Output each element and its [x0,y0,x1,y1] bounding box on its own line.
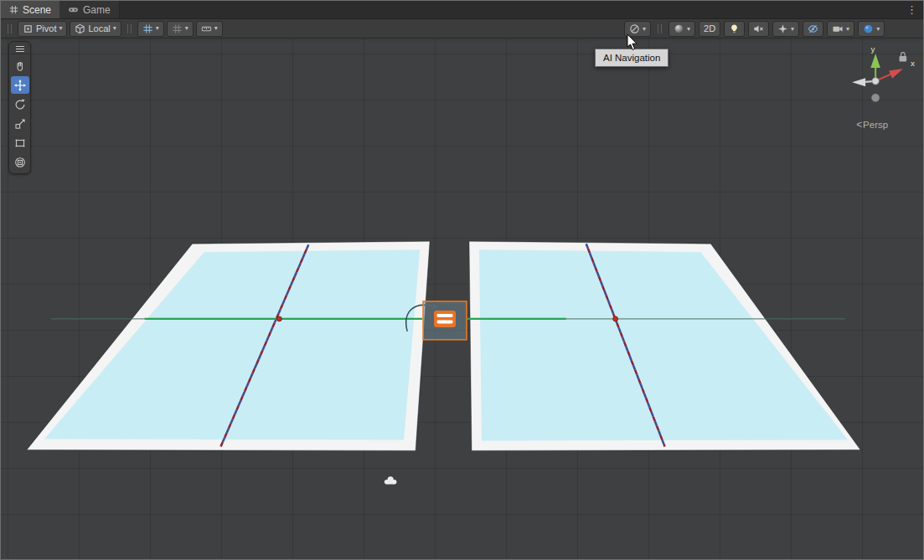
transform-tool-icon [14,157,26,168]
tool-rect[interactable] [11,134,29,152]
tool-rotate[interactable] [11,95,29,113]
gizmo-sphere-icon [863,23,874,34]
scene-view-toolbar: Pivot ▾ Local ▾ ▾ ▾ ▾ ▾ [1,19,923,39]
overlay-lock-icon[interactable] [900,53,907,62]
tab-scene-label: Scene [23,4,51,16]
gizmos-dropdown[interactable]: ▾ [858,21,885,37]
ruler-icon [201,23,212,34]
chevron-down-icon: ▾ [643,26,646,33]
toolbar-separator [658,24,662,33]
gizmo-y-label: y [871,44,875,54]
mouse-cursor-icon [627,34,640,51]
chevron-down-icon: ▾ [156,25,159,32]
chevron-down-icon: ▾ [846,26,849,33]
pivot-label: Pivot [36,24,56,33]
2d-label: 2D [704,24,715,33]
gizmo-y-axis[interactable]: y [870,44,880,81]
tooltip-text: AI Navigation [603,53,660,63]
speaker-muted-icon [753,23,764,34]
pivot-icon [23,23,34,34]
scene-effects-dropdown[interactable]: ▾ [772,21,799,37]
grid-icon [142,23,153,34]
tools-overlay-panel [8,41,31,174]
grid-snap-icon [172,23,183,34]
handle-rotation-dropdown[interactable]: Local ▾ [70,21,121,37]
shaded-sphere-icon [674,23,684,34]
local-label: Local [88,24,110,33]
sparkle-icon [777,23,788,34]
2d-view-toggle[interactable]: 2D [699,21,720,37]
scene-camera-dropdown[interactable]: ▾ [827,21,854,37]
tab-bar: Scene Game ⋮ [1,1,923,19]
court-left-surface[interactable] [44,249,420,439]
chevron-down-icon: ▾ [214,25,218,32]
draw-mode-dropdown[interactable]: ▾ [668,21,695,37]
tab-more-menu-icon[interactable]: ⋮ [901,1,923,18]
pivot-mode-dropdown[interactable]: Pivot ▾ [18,21,67,37]
tab-game[interactable]: Game [59,1,120,18]
move-tool-icon [14,80,26,91]
local-cube-icon [75,23,85,34]
grid-visibility-dropdown[interactable]: ▾ [137,21,164,37]
scene-viewport[interactable]: y x < Per [1,39,923,559]
chevron-down-icon: ▾ [113,25,116,32]
hamburger-menu-icon [15,45,25,53]
marker-dot-right [613,316,618,321]
unity-editor-window: Scene Game ⋮ Pivot ▾ Local ▾ ▾ ▾ [0,0,924,560]
chevron-down-icon: ▾ [185,25,188,32]
chevron-down-icon: ▾ [687,26,690,33]
tooltip-ai-navigation: AI Navigation [595,49,668,67]
light-bulb-icon [729,23,740,34]
chevron-down-icon: ▾ [59,25,62,32]
video-camera-icon [832,23,844,34]
selected-navmesh-link-object[interactable] [423,301,467,340]
eye-hidden-icon [808,23,818,34]
pan-hand-icon [14,60,26,72]
tool-transform[interactable] [11,153,29,171]
tool-move[interactable] [11,76,29,94]
tab-game-label: Game [83,4,111,16]
gizmo-center-handle[interactable] [872,78,879,85]
circle-slash-icon [629,23,640,34]
gizmo-x-label: x [911,59,915,68]
scene-canvas: y x < Per [1,39,923,559]
chevron-down-icon: ▾ [876,26,880,33]
toolbar-drag-handle-icon[interactable] [8,24,12,33]
scene-audio-toggle[interactable] [748,21,769,37]
snap-increment-dropdown[interactable]: ▾ [196,21,223,37]
gizmo-x-axis[interactable]: x [875,59,915,81]
gizmo-persp-toggle[interactable]: < Persp [856,119,888,131]
navmesh-link-icon [434,311,456,327]
tool-scale[interactable] [11,115,29,132]
persp-chevron-icon: < [856,119,862,131]
toolbar-separator [127,24,132,33]
tab-scene[interactable]: Scene [1,1,59,18]
marker-dot-left [276,316,281,321]
scene-tab-grid-icon [9,5,18,14]
chevron-down-icon: ▾ [791,26,794,33]
scale-tool-icon [14,118,26,130]
tools-overlay-menu-button[interactable] [11,44,29,54]
scene-toolbar-right-cluster: ▾ ▾ 2D ▾ [624,20,885,38]
gizmo-negative-axis-handle[interactable] [871,94,880,102]
persp-label: Persp [863,120,888,130]
rotate-tool-icon [14,99,26,110]
scene-lighting-toggle[interactable] [724,21,745,37]
scene-visibility-toggle[interactable] [803,21,823,37]
light-gizmo-icon[interactable] [385,476,397,484]
grid-snapping-dropdown[interactable]: ▾ [167,21,194,37]
tool-pan-hand[interactable] [11,57,29,74]
game-tab-gamepad-icon [68,5,79,14]
rect-tool-icon [14,137,26,149]
court-right-surface[interactable] [479,249,848,440]
